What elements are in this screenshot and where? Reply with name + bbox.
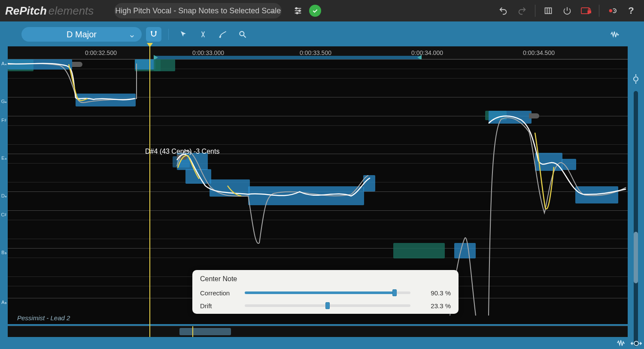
svg-point-22 [634,341,638,346]
correction-label: Correction [200,289,239,297]
ruler-tick: 0:00:33.500 [300,49,331,56]
preset-name: High Pitch Vocal - Snap Notes to Selecte… [115,6,281,15]
note-block[interactable] [185,169,211,184]
note-block[interactable] [562,159,576,170]
correction-value: 90.3 % [416,289,451,297]
svg-point-5 [297,12,298,14]
note-block[interactable] [248,186,364,205]
scale-name: D Major [67,30,97,39]
note-block[interactable] [210,179,250,197]
pointer-tool-button[interactable] [176,27,191,42]
note-label: D₄ [0,193,8,199]
logo-re: Re [5,4,19,17]
svg-line-17 [244,36,246,38]
note-readout: D#4 (43 Cents) -3 Cents [145,148,219,155]
app-body: D Major ⌄ 0:00:32.500 0:00:33.000 0:00 [0,21,644,349]
zoom-tool-button[interactable] [235,27,250,42]
note-block[interactable] [135,59,155,70]
settings-gear-icon[interactable] [605,3,620,18]
mini-playhead [192,326,193,337]
note-label: A₃ [0,300,8,305]
note-block[interactable] [575,186,618,203]
note-tail [72,62,82,67]
svg-point-3 [296,8,298,9]
settings-sliders-icon[interactable] [290,3,306,18]
svg-rect-6 [545,8,552,13]
waveform-toggle-button[interactable] [607,27,623,42]
columns-icon[interactable] [541,3,556,18]
track-name-label: Pessimist - Lead 2 [17,314,70,322]
note-block[interactable] [393,243,445,258]
chevron-down-icon: ⌄ [128,29,136,39]
ruler-tick: 0:00:34.000 [411,49,443,56]
note-tail [529,113,539,118]
chevron-down-icon: ⌄ [268,6,275,15]
editor-toolbar: D Major ⌄ [0,26,644,43]
note-label: B₃ [0,250,8,255]
undo-button[interactable] [495,3,511,18]
preset-dropdown[interactable]: High Pitch Vocal - Snap Notes to Selecte… [114,3,282,18]
note-lane-area[interactable]: A₄ G₄ F♯ E₄ D₄ C♯ B₃ A₃ [8,59,628,324]
svg-point-13 [614,10,615,12]
app-header: RePitchelements High Pitch Vocal - Snap … [0,0,644,21]
zoom-horizontal-icon[interactable] [630,340,642,347]
zoom-vertical-icon[interactable] [630,73,642,85]
note-label: F♯ [0,118,8,123]
record-lock-icon[interactable] [578,3,594,18]
note-block[interactable] [154,59,175,71]
note-label-column: A₄ G₄ F♯ E₄ D₄ C♯ B₃ A₃ [0,59,8,324]
center-note-panel: Center Note Correction 90.3 % Drift 2 [192,270,459,314]
snap-magnet-button[interactable] [146,27,161,42]
note-label: E₄ [0,155,8,161]
status-ok-icon[interactable] [309,5,321,17]
drift-slider[interactable] [245,304,410,307]
correction-row: Correction 90.3 % [200,286,451,299]
svg-point-12 [609,9,612,12]
help-icon[interactable]: ? [623,3,639,18]
drift-value: 23.3 % [416,302,451,310]
ruler-tick: 0:00:34.500 [523,49,555,56]
svg-point-16 [240,31,244,36]
note-label: C♯ [0,212,8,218]
note-block[interactable] [76,94,136,106]
drift-label: Drift [200,302,239,310]
note-block[interactable] [8,59,72,70]
note-block[interactable] [535,153,562,171]
draw-tool-button[interactable] [215,27,231,42]
app-logo: RePitchelements [5,4,94,18]
note-label: G₄ [0,99,8,104]
logo-pitch: Pitch [19,4,47,17]
correction-slider[interactable] [245,291,410,294]
scrollbar-thumb[interactable] [634,232,638,283]
playhead [149,46,150,337]
scrollbar-thumb[interactable] [179,328,231,335]
note-label: A₄ [0,61,8,67]
waveform-mini-icon[interactable] [617,340,626,347]
svg-point-18 [634,77,638,81]
redo-button[interactable] [514,3,530,18]
power-icon[interactable] [559,3,575,18]
right-tool-strip [629,49,642,346]
time-ruler[interactable]: 0:00:32.500 0:00:33.000 0:00:33.500 0:00… [8,46,628,59]
svg-point-4 [299,10,301,12]
scale-dropdown[interactable]: D Major ⌄ [21,27,142,42]
ruler-tick: 0:00:32.500 [85,49,117,56]
horizontal-scrollbar[interactable] [8,326,628,337]
svg-rect-11 [587,10,591,13]
vertical-scrollbar[interactable] [634,91,638,346]
bottom-right-tools [617,340,642,347]
split-tool-button[interactable] [195,27,211,42]
note-block[interactable] [489,111,532,124]
note-block[interactable] [363,175,375,191]
note-block[interactable] [454,243,476,258]
drift-row: Drift 23.3 % [200,299,451,312]
logo-elements: elements [49,4,94,17]
pitch-editor: 0:00:32.500 0:00:33.000 0:00:33.500 0:00… [8,46,628,337]
panel-title: Center Note [200,275,451,283]
ruler-tick: 0:00:33.000 [192,49,224,56]
